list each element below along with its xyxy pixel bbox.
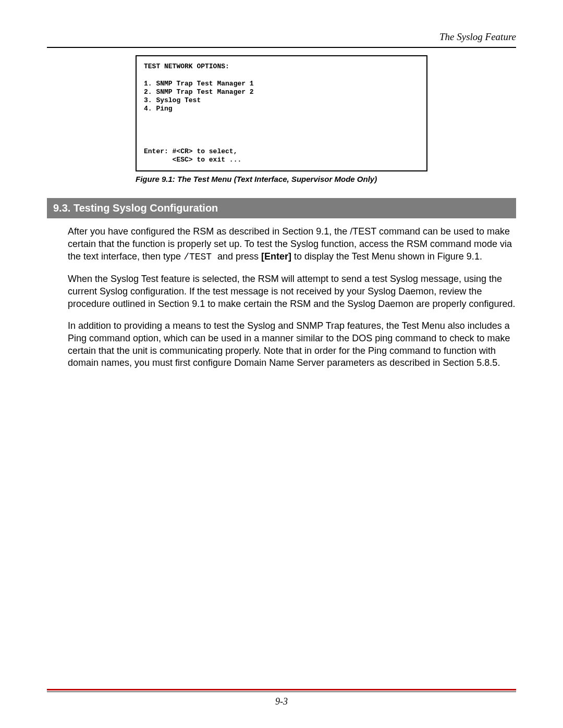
p1-part-b: and press — [217, 251, 261, 262]
p1-part-c: to display the Test Menu shown in Figure… — [291, 251, 482, 262]
paragraph-1: After you have configured the RSM as des… — [68, 226, 516, 264]
figure-caption: Figure 9.1: The Test Menu (Text Interfac… — [136, 175, 427, 183]
footer-rule-thin — [47, 692, 516, 692]
section-heading: 9.3. Testing Syslog Configuration — [47, 198, 516, 218]
paragraph-3: In addition to providing a means to test… — [68, 320, 516, 370]
p1-mono: /TEST — [183, 252, 217, 262]
page: The Syslog Feature TEST NETWORK OPTIONS:… — [0, 0, 563, 728]
footer-rule-red — [47, 689, 516, 690]
figure-terminal-box: TEST NETWORK OPTIONS: 1. SNMP Trap Test … — [136, 55, 427, 171]
paragraph-2: When the Syslog Test feature is selected… — [68, 273, 516, 311]
footer: 9-3 — [47, 689, 516, 707]
running-head: The Syslog Feature — [47, 31, 516, 43]
body-text: After you have configured the RSM as des… — [68, 226, 516, 369]
p1-bold: [Enter] — [261, 251, 291, 262]
page-number: 9-3 — [47, 696, 516, 707]
header-rule — [47, 47, 516, 48]
